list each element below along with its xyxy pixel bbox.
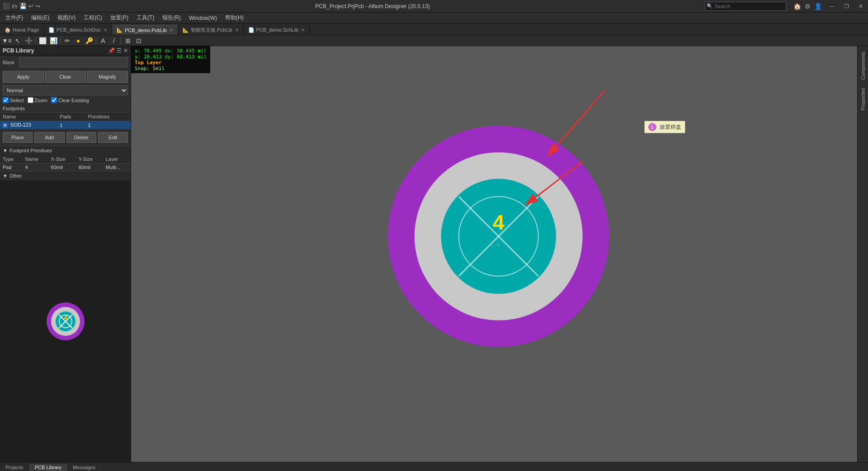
prim-col-layer: Layer — [103, 155, 131, 164]
toolbar-circle-fill-btn[interactable]: ● — [73, 36, 83, 45]
undo-icon[interactable]: ↩ — [28, 3, 33, 9]
primitives-collapse-header[interactable]: ▼ Footprint Primitives — [0, 146, 131, 155]
menu-view[interactable]: 视图(V) — [54, 13, 79, 23]
panel-header-buttons: 📌 ☰ ✕ — [108, 47, 128, 54]
bottom-tab-messages[interactable]: Messages — [67, 464, 101, 471]
table-row[interactable]: ▣ SOD-123 1 1 — [0, 121, 131, 129]
zoom-checkbox[interactable] — [28, 97, 33, 103]
home-tab-icon: 🏠 — [5, 27, 11, 33]
col-primitives: Primitives — [85, 113, 131, 121]
main-content: PCB Library 📌 ☰ ✕ Mask Apply Clear Magni… — [0, 46, 868, 462]
search-area[interactable]: 🔍 — [705, 2, 786, 11]
tooltip-text: 放置焊盘 — [660, 124, 681, 130]
toolbar-chart-btn[interactable]: 📊 — [48, 36, 58, 45]
tooltip-bubble: 1 放置焊盘 — [644, 121, 685, 133]
minimize-button[interactable]: ─ — [825, 0, 839, 13]
toolbar-square-btn[interactable]: ⊡ — [134, 36, 144, 45]
menu-help[interactable]: 帮助(H) — [222, 13, 247, 23]
settings-icon[interactable]: ⚙ — [805, 3, 811, 10]
toolbar-key-btn[interactable]: 🔑 — [84, 36, 94, 45]
user-icon[interactable]: 👤 — [814, 3, 822, 10]
coord-layer: Top Layer — [135, 60, 207, 66]
place-button[interactable]: Place — [3, 132, 33, 143]
menu-place[interactable]: 放置(P) — [107, 13, 132, 23]
toolbar: ▼≡ ↖ ➕ ⬜ 📊 ✏ ● 🔑 A / ⊞ ⊡ — [0, 35, 868, 46]
zoom-checkbox-label[interactable]: Zoom — [28, 97, 47, 103]
toolbar-arrow-btn[interactable]: ↖ — [13, 36, 23, 45]
checkbox-row: Select Zoom Clear Existing — [0, 96, 131, 104]
restore-button[interactable]: ❐ — [839, 0, 854, 13]
tab-schlib[interactable]: 📄 PCB_demo.SchLib ✕ — [244, 25, 310, 35]
preview-pad-number: 4 — [64, 315, 67, 321]
toolbar-filter-btn[interactable]: ▼≡ — [2, 36, 12, 45]
toolbar-sep4 — [121, 37, 121, 44]
menu-icon1[interactable]: 🗁 — [12, 3, 18, 9]
apply-button[interactable]: Apply — [3, 71, 44, 83]
window-buttons: ─ ❐ ✕ — [825, 0, 868, 13]
right-tab-properties[interactable]: Properties — [859, 84, 868, 114]
menu-window[interactable]: Window(W) — [185, 14, 221, 22]
tab-close-schdoc[interactable]: ✕ — [104, 28, 107, 33]
window-title: PCB_Project.PrjPcb - Altium Designer (20… — [40, 3, 705, 9]
tab-close-schlib[interactable]: ✕ — [301, 28, 305, 33]
panel-menu-btn[interactable]: ☰ — [117, 47, 122, 54]
mask-row: Mask — [0, 56, 131, 69]
select-checkbox-label[interactable]: Select — [3, 97, 24, 103]
redo-icon[interactable]: ↪ — [35, 3, 40, 9]
bottom-tab-pcblib[interactable]: PCB Library — [29, 464, 67, 471]
app-icon: ⬛ — [3, 3, 10, 9]
other-section: ▼ Other 4 · — [0, 171, 131, 462]
tab-pcblib[interactable]: 📐 PCB_demo.PcbLib ✕ — [112, 25, 178, 35]
prim-ysize: 60mil — [76, 164, 103, 171]
footprint-pads: 1 — [57, 121, 85, 129]
select-checkbox[interactable] — [3, 97, 9, 103]
menu-tools[interactable]: 工具(T) — [133, 13, 158, 23]
menu-bar: 文件(F) 编辑(E) 视图(V) 工程(C) 放置(P) 工具(T) 报告(R… — [0, 13, 868, 24]
clear-existing-checkbox[interactable] — [51, 97, 57, 103]
tab-vehicle[interactable]: 📐 智能车主板.PcbLib ✕ — [178, 25, 244, 35]
pcb-pad-dot: · — [497, 239, 500, 249]
menu-project[interactable]: 工程(C) — [80, 13, 106, 23]
delete-button[interactable]: Delete — [66, 132, 96, 143]
search-input[interactable] — [713, 4, 786, 9]
home-icon[interactable]: 🏠 — [793, 3, 801, 10]
clear-existing-checkbox-label[interactable]: Clear Existing — [51, 97, 89, 103]
add-button[interactable]: Add — [34, 132, 64, 143]
tab-schdoc[interactable]: 📄 PCB_demo.SchDoc ✕ — [44, 25, 112, 35]
primitives-section: ▼ Footprint Primitives Type Name X-Size … — [0, 146, 131, 171]
other-collapse-icon: ▼ — [3, 173, 8, 179]
menu-edit[interactable]: 编辑(E) — [28, 13, 53, 23]
pcb-canvas-area[interactable]: x: 78.445 dx: 38.445 mil y: 28.413 dy: 6… — [131, 46, 857, 462]
prim-col-type: Type — [0, 155, 22, 164]
menu-reports[interactable]: 报告(R) — [159, 13, 184, 23]
other-collapse-header[interactable]: ▼ Other — [0, 171, 131, 180]
mask-input[interactable] — [19, 57, 128, 67]
toolbar-add-btn[interactable]: ➕ — [24, 36, 33, 45]
panel-title: PCB Library — [3, 47, 34, 54]
toolbar-text-btn[interactable]: A — [98, 36, 108, 45]
panel-pin-btn[interactable]: 📌 — [108, 47, 115, 54]
menu-file[interactable]: 文件(F) — [2, 13, 27, 23]
panel-header: PCB Library 📌 ☰ ✕ — [0, 46, 131, 56]
close-button[interactable]: ✕ — [854, 0, 868, 13]
tab-close-pcblib[interactable]: ✕ — [170, 28, 173, 33]
clear-button[interactable]: Clear — [45, 71, 86, 83]
footprint-name: ▣ SOD-123 — [0, 121, 57, 129]
bottom-tab-projects[interactable]: Projects — [0, 464, 29, 471]
menu-icon2[interactable]: 💾 — [19, 3, 27, 9]
edit-button[interactable]: Edit — [98, 132, 128, 143]
toolbar-rect-btn[interactable]: ⬜ — [38, 36, 47, 45]
panel-close-btn[interactable]: ✕ — [123, 47, 128, 54]
normal-select[interactable]: Normal — [3, 85, 128, 95]
magnify-button[interactable]: Magnify — [87, 71, 128, 83]
right-tab-components[interactable]: Components — [859, 48, 868, 83]
tab-bar: 🏠 Home Page 📄 PCB_demo.SchDoc ✕ 📐 PCB_de… — [0, 24, 868, 35]
tab-close-vehicle[interactable]: ✕ — [235, 28, 239, 33]
tooltip-step: 1 — [648, 123, 656, 131]
toolbar-box-btn[interactable]: ⊞ — [123, 36, 133, 45]
col-pads: Pads — [57, 113, 85, 121]
toolbar-line-btn[interactable]: / — [109, 36, 119, 45]
tab-home[interactable]: 🏠 Home Page — [0, 25, 44, 35]
toolbar-pen-btn[interactable]: ✏ — [62, 36, 72, 45]
primitive-row[interactable]: Pad 4 60mil 60mil Multi... — [0, 164, 131, 171]
